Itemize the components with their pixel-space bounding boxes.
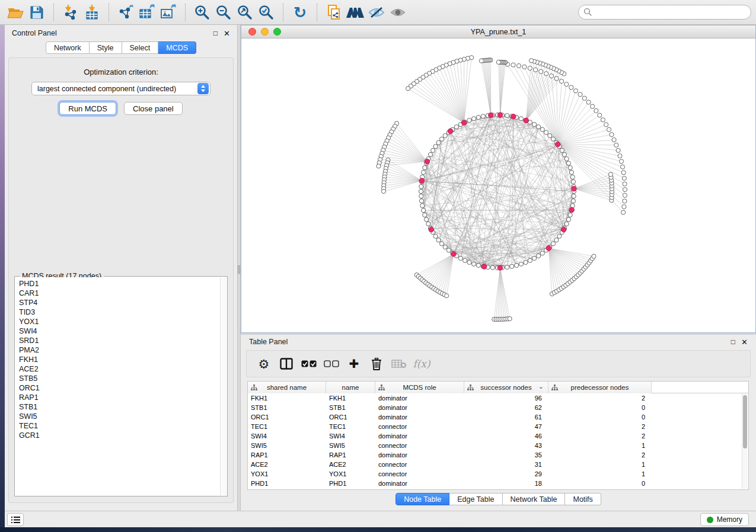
tab-node-table[interactable]: Node Table	[395, 493, 449, 505]
float-table-panel-icon[interactable]: □	[731, 338, 735, 346]
table-row[interactable]: ACE2ACE2connector311	[248, 460, 748, 469]
column-type-icon	[551, 384, 558, 392]
column-header-label: name	[342, 384, 359, 391]
table-row[interactable]: PHD1PHD1dominator180	[248, 479, 748, 488]
export-table-icon[interactable]	[136, 2, 158, 23]
mcds-result-item[interactable]: YOX1	[19, 317, 227, 326]
mcds-result-item[interactable]: TEC1	[19, 421, 227, 431]
node-table: shared namenameMCDS rolesuccessor nodes⌄…	[247, 381, 749, 490]
column-header-label: shared name	[267, 384, 307, 391]
mcds-result-scrollbar[interactable]	[220, 277, 227, 495]
table-row[interactable]: SWI4SWI4dominator462	[248, 431, 748, 441]
table-cell: SWI4	[326, 431, 375, 441]
delete-trash-icon[interactable]	[366, 354, 387, 373]
table-cell: 18	[464, 479, 548, 488]
float-panel-icon[interactable]: □	[213, 29, 218, 37]
table-cell: 2	[548, 450, 652, 460]
tab-edge-table[interactable]: Edge Table	[449, 493, 502, 505]
export-network-icon[interactable]	[115, 2, 136, 23]
mcds-result-item[interactable]: TID3	[19, 307, 227, 317]
mcds-result-item[interactable]: STP4	[19, 298, 227, 307]
delete-table-icon[interactable]	[389, 354, 409, 373]
table-scrollbar[interactable]	[742, 394, 748, 489]
save-session-icon[interactable]	[26, 2, 47, 23]
optimization-criterion-dropdown[interactable]: largest connected component (undirected)	[31, 82, 210, 95]
table-row[interactable]: YOX1YOX1connector291	[248, 469, 748, 479]
refresh-layout-icon[interactable]: ↻	[289, 2, 311, 23]
zoom-out-icon[interactable]	[213, 2, 234, 23]
mcds-result-item[interactable]: PHD1	[19, 279, 227, 289]
table-panel-title: Table Panel	[249, 338, 288, 346]
mcds-result-item[interactable]: ORC1	[19, 383, 227, 393]
binoculars-icon[interactable]	[344, 2, 366, 23]
open-file-icon[interactable]	[5, 2, 26, 23]
column-header-MCDS-role[interactable]: MCDS role	[375, 382, 464, 393]
table-cell: dominator	[375, 431, 464, 441]
column-header-shared-name[interactable]: shared name	[248, 382, 326, 393]
export-image-icon[interactable]	[158, 2, 179, 23]
import-network-icon[interactable]	[60, 2, 81, 23]
toolbar-separator	[53, 4, 54, 21]
table-cell: 1	[548, 469, 652, 479]
table-row[interactable]: RAP1RAP1dominator352	[248, 450, 748, 460]
network-view-titlebar[interactable]: YPA_prune.txt_1	[241, 25, 755, 39]
log-console-button[interactable]	[7, 513, 24, 526]
mcds-result-item[interactable]: STB5	[19, 374, 227, 383]
zoom-selected-icon[interactable]	[256, 2, 277, 23]
column-type-icon	[251, 384, 257, 392]
network-graph[interactable]	[241, 39, 755, 332]
mcds-result-item[interactable]: RAP1	[19, 393, 227, 402]
search-input[interactable]	[578, 5, 751, 20]
column-header-predecessor-nodes[interactable]: predecessor nodes	[548, 382, 652, 393]
control-panel-tabs: Network Style Select MCDS	[5, 41, 237, 54]
column-header-successor-nodes[interactable]: successor nodes⌄	[464, 382, 548, 393]
hide-eye-icon[interactable]	[366, 2, 387, 23]
close-table-panel-icon[interactable]: ✕	[741, 338, 748, 347]
tab-network[interactable]: Network	[46, 41, 90, 54]
deselect-all-icon[interactable]	[321, 354, 342, 373]
mcds-result-item[interactable]: SWI4	[19, 326, 227, 336]
import-table-icon[interactable]	[81, 2, 103, 23]
run-mcds-button[interactable]: Run MCDS	[59, 102, 116, 115]
mcds-result-item[interactable]: CAR1	[19, 289, 227, 298]
table-settings-gear-icon[interactable]: ⚙	[254, 354, 274, 373]
table-row[interactable]: ORC1ORC1dominator610	[248, 412, 748, 422]
table-scrollbar-thumb[interactable]	[743, 395, 747, 448]
table-cell: 35	[464, 450, 548, 460]
tab-style[interactable]: Style	[90, 41, 122, 54]
zoom-fit-icon[interactable]	[234, 2, 256, 23]
copy-network-icon[interactable]	[323, 2, 344, 23]
table-cell: SWI5	[326, 441, 375, 450]
tab-select[interactable]: Select	[122, 41, 159, 54]
add-column-icon[interactable]: ✚	[344, 354, 364, 373]
show-eye-icon[interactable]	[387, 2, 409, 23]
table-row[interactable]: SWI5SWI5connector431	[248, 441, 748, 450]
mcds-result-item[interactable]: PMA2	[19, 345, 227, 355]
close-panel-icon[interactable]: ✕	[224, 29, 230, 38]
memory-button[interactable]: Memory	[700, 513, 749, 526]
mcds-result-item[interactable]: SWI5	[19, 412, 227, 421]
mcds-result-item[interactable]: FKH1	[19, 355, 227, 364]
splitter-grip[interactable]	[238, 265, 240, 274]
show-columns-icon[interactable]	[276, 354, 296, 373]
function-builder-icon[interactable]: f(x)	[412, 354, 432, 373]
column-header-name[interactable]: name	[326, 382, 375, 393]
mcds-result-list[interactable]: PHD1CAR1STP4TID3YOX1SWI4SRD1PMA2FKH1ACE2…	[15, 277, 227, 495]
table-cell: ORC1	[248, 412, 326, 422]
mcds-result-item[interactable]: SRD1	[19, 336, 227, 345]
table-row[interactable]: TEC1TEC1connector472	[248, 422, 748, 431]
table-cell: dominator	[375, 450, 464, 460]
select-all-icon[interactable]	[299, 354, 319, 373]
table-toolbar: ⚙ ✚ f(x)	[246, 350, 751, 377]
main-toolbar: ↻	[0, 0, 756, 25]
tab-mcds[interactable]: MCDS	[158, 41, 196, 54]
mcds-result-item[interactable]: STB1	[19, 402, 227, 412]
zoom-in-icon[interactable]	[192, 2, 213, 23]
tab-motifs[interactable]: Motifs	[565, 493, 601, 505]
mcds-result-item[interactable]: GCR1	[19, 431, 227, 440]
table-row[interactable]: STB1STB1dominator620	[248, 403, 748, 412]
mcds-result-item[interactable]: ACE2	[19, 364, 227, 374]
close-panel-button[interactable]: Close panel	[124, 102, 183, 115]
tab-network-table[interactable]: Network Table	[503, 493, 566, 505]
table-row[interactable]: FKH1FKH1dominator962	[248, 393, 748, 403]
